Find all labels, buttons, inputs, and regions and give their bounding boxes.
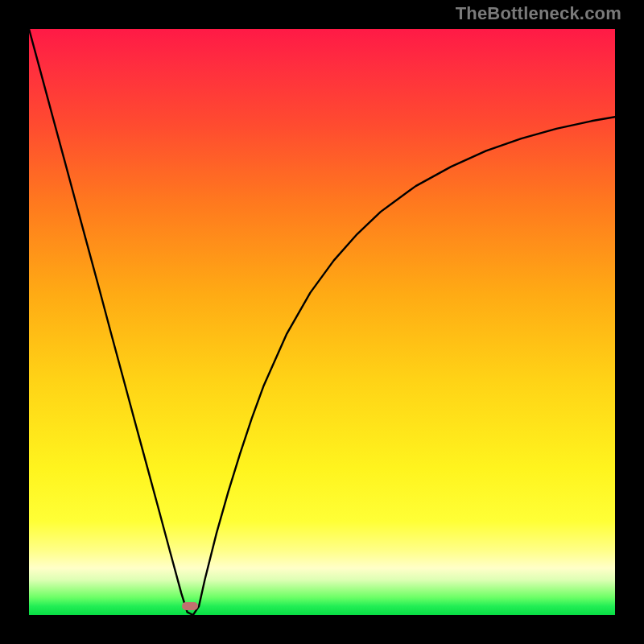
chart-frame: TheBottleneck.com <box>0 0 644 644</box>
curve-svg <box>29 29 615 615</box>
watermark-text: TheBottleneck.com <box>456 3 621 24</box>
plot-area <box>29 29 615 615</box>
optimum-marker <box>182 602 198 610</box>
bottleneck-curve-path <box>29 29 615 615</box>
